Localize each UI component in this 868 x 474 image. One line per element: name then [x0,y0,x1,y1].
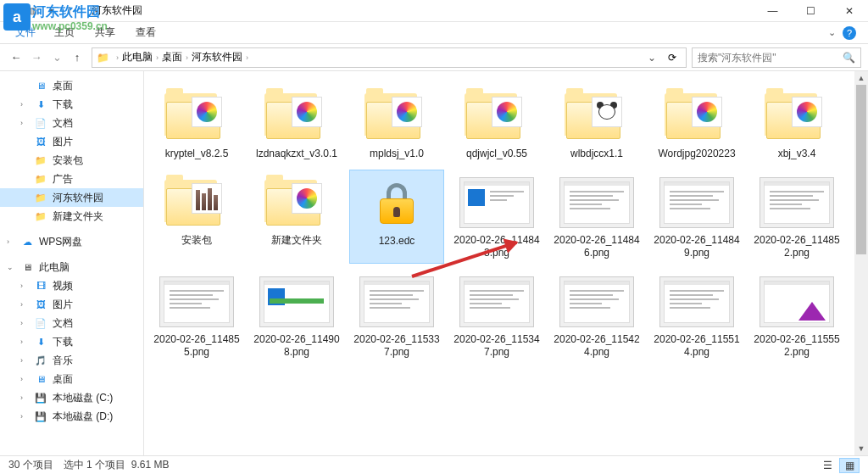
scroll-up-icon[interactable]: ▲ [854,71,868,85]
sidebar-item[interactable]: ›💾本地磁盘 (C:) [0,388,143,407]
chevron-right-icon[interactable]: › [20,337,23,346]
item-label: 2020-02-26_114852.png [751,234,843,260]
sidebar-item[interactable]: ›📄文档 [0,314,143,332]
sidebar-label: 图片 [53,298,73,312]
chevron-right-icon[interactable]: › [20,393,23,402]
sidebar-label: 文档 [53,116,73,131]
folder-item[interactable]: xbj_v3.4 [749,83,844,165]
view-details-button[interactable]: ☰ [817,458,837,473]
nav-forward-button[interactable]: → [27,48,46,67]
folder-item[interactable]: qdjwjcl_v0.55 [449,83,544,165]
sidebar-item[interactable]: ›📄文档 [0,114,143,132]
refresh-icon[interactable]: ⟳ [662,52,682,64]
item-thumbnail [756,86,837,146]
folder-icon: 📁 [34,209,47,223]
file-item-image[interactable]: 2020-02-26_115337.png [349,269,444,363]
scrollbar[interactable]: ▲ ▼ [854,71,868,455]
chevron-right-icon[interactable]: › [20,119,23,127]
nav-up-button[interactable]: ↑ [68,48,86,67]
chevron-right-icon[interactable]: › [20,375,23,383]
sidebar-item[interactable]: ›🖥桌面 [0,370,143,388]
folder-item[interactable]: 安装包 [149,170,244,264]
ribbon-tab-share[interactable]: 共享 [85,22,125,43]
sidebar-label: 下载 [53,98,73,112]
chevron-right-icon[interactable]: › [156,53,159,62]
download-icon: ⬇ [34,98,47,111]
file-item-image[interactable]: 2020-02-26_115514.png [649,269,744,363]
sidebar-item[interactable]: ›🖼图片 [0,295,143,314]
nav-back-button[interactable]: ← [7,48,25,67]
sidebar-item-thispc[interactable]: ⌄ 🖥 此电脑 [0,258,143,276]
sidebar-item[interactable]: ›⬇下载 [0,95,143,114]
minimize-button[interactable]: — [754,0,792,22]
search-box[interactable]: 🔍 [692,47,861,68]
search-input[interactable] [698,52,843,64]
sidebar-item[interactable]: ›🎵音乐 [0,351,143,370]
search-icon[interactable]: 🔍 [843,52,855,64]
file-item-image[interactable]: 2020-02-26_114852.png [749,170,844,264]
chevron-right-icon[interactable]: › [7,237,9,246]
ribbon-expand-icon[interactable]: ⌄ [828,27,836,38]
folder-icon: 📁 [34,153,47,167]
folder-item[interactable]: kryptel_v8.2.5 [149,83,244,165]
chevron-right-icon[interactable]: › [186,53,188,62]
folder-item[interactable]: lzdnaqkzxt_v3.0.1 [249,83,344,165]
sidebar-item[interactable]: 📁广告 [0,170,143,188]
folder-item[interactable]: Wordjpg2020223 [649,83,744,165]
file-item-image[interactable]: 2020-02-26_114846.png [549,170,644,264]
desktop-icon: 🖥 [34,79,47,92]
item-label: Wordjpg2020223 [658,148,735,161]
content-area[interactable]: kryptel_v8.2.5lzdnaqkzxt_v3.0.1mpldsj_v1… [144,71,868,455]
chevron-right-icon[interactable]: › [246,53,248,62]
sidebar-item[interactable]: 📁河东软件园 [0,188,143,207]
ribbon-tab-home[interactable]: 主页 [44,22,85,43]
file-item-image[interactable]: 2020-02-26_115424.png [549,269,644,363]
chevron-right-icon[interactable]: › [20,412,23,421]
breadcrumb-folder-icon: 📁 [96,51,109,64]
breadcrumb-part[interactable]: 河东软件园 [192,50,242,64]
scroll-down-icon[interactable]: ▼ [854,442,868,455]
maximize-button[interactable]: ☐ [792,0,830,22]
item-label: lzdnaqkzxt_v3.0.1 [256,148,337,161]
breadcrumb[interactable]: 📁 › 此电脑 › 桌面 › 河东软件园 › ⌄ ⟳ [92,47,687,68]
item-thumbnail [756,272,837,332]
sidebar-item[interactable]: 🖥桌面 [0,76,143,95]
sidebar-item[interactable]: 🖼图片 [0,132,143,151]
file-item-image[interactable]: 2020-02-26_114908.png [249,269,344,363]
sidebar-item[interactable]: ›💾本地磁盘 (D:) [0,407,143,426]
folder-item[interactable]: mpldsj_v1.0 [349,83,444,165]
file-item-encrypted[interactable]: 123.edc [349,170,444,264]
nav-history-dropdown[interactable]: ⌄ [47,48,66,67]
chevron-right-icon[interactable]: › [20,100,23,109]
breadcrumb-part[interactable]: 桌面 [162,50,182,64]
sidebar-label: 本地磁盘 (D:) [53,410,113,424]
ribbon-tab-view[interactable]: 查看 [125,22,166,43]
chevron-right-icon[interactable]: › [20,300,23,309]
chevron-right-icon[interactable]: › [20,282,23,290]
breadcrumb-part[interactable]: 此电脑 [122,50,153,64]
file-item-image[interactable]: 2020-02-26_115552.png [749,269,844,363]
sidebar-item-wps[interactable]: › ☁ WPS网盘 [0,232,143,251]
file-item-image[interactable]: 2020-02-26_114849.png [649,170,744,264]
sidebar-item[interactable]: 📁安装包 [0,151,143,170]
sidebar-item[interactable]: 📁新建文件夹 [0,207,143,226]
breadcrumb-dropdown-icon[interactable]: ⌄ [642,48,662,67]
folder-item[interactable]: wlbdjccx1.1 [549,83,644,165]
file-item-image[interactable]: 2020-02-26_115347.png [449,269,544,363]
view-icons-button[interactable]: ▦ [839,458,860,473]
folder-item[interactable]: 新建文件夹 [249,170,344,264]
sidebar-item[interactable]: ›⬇下载 [0,332,143,351]
document-icon: 📄 [34,116,47,130]
chevron-right-icon[interactable]: › [20,319,23,327]
chevron-right-icon[interactable]: › [116,53,119,62]
scrollbar-thumb[interactable] [856,85,866,254]
chevron-down-icon[interactable]: ⌄ [7,263,14,271]
chevron-right-icon[interactable]: › [20,356,23,365]
item-label: mpldsj_v1.0 [370,148,424,161]
close-button[interactable]: ✕ [830,0,868,22]
qat-dropdown-icon[interactable]: ▾ [44,4,58,18]
item-label: 2020-02-26_115552.png [751,333,843,360]
sidebar-item[interactable]: ›🎞视频 [0,276,143,295]
help-icon[interactable]: ? [843,26,856,40]
file-item-image[interactable]: 2020-02-26_114855.png [149,269,244,363]
